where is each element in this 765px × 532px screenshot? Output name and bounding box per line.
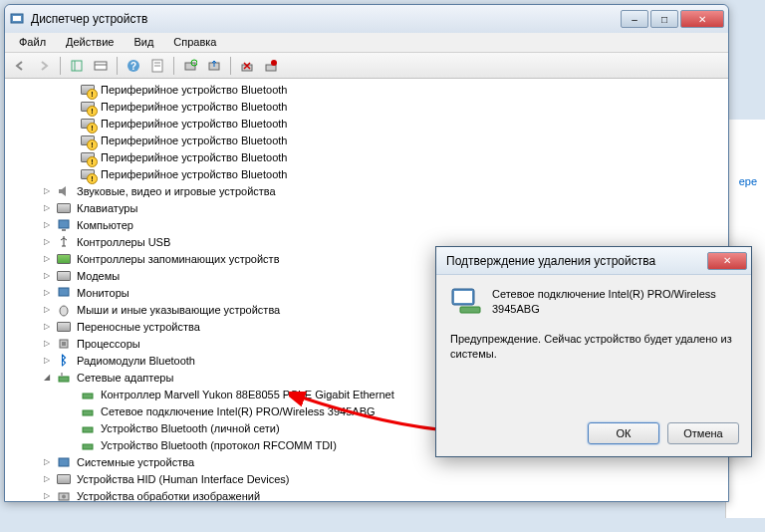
dialog-device-icon xyxy=(450,287,482,315)
dialog-title: Подтверждение удаления устройства xyxy=(440,254,707,268)
app-icon xyxy=(9,11,25,27)
expand-icon[interactable]: ▷ xyxy=(41,490,53,502)
svg-rect-23 xyxy=(59,377,69,382)
menu-action[interactable]: Действие xyxy=(56,33,124,52)
tree-item-hid[interactable]: ▷Устройства HID (Human Interface Devices… xyxy=(5,470,728,487)
expand-icon[interactable]: ▷ xyxy=(41,304,53,316)
svg-point-20 xyxy=(60,306,68,316)
device-icon xyxy=(80,82,96,98)
tree-item-bt-peripheral[interactable]: Периферийное устройство Bluetooth xyxy=(5,115,728,132)
expand-icon[interactable]: ▷ xyxy=(41,219,53,231)
device-icon xyxy=(80,149,96,165)
expand-icon[interactable]: ▷ xyxy=(41,321,53,333)
network-adapter-icon xyxy=(80,437,96,453)
tree-item-bt-peripheral[interactable]: Периферийное устройство Bluetooth xyxy=(5,132,728,148)
titlebar[interactable]: Диспетчер устройств – □ ✕ xyxy=(5,5,728,33)
expand-icon[interactable]: ▷ xyxy=(41,270,53,282)
svg-rect-17 xyxy=(59,220,69,228)
back-button[interactable] xyxy=(9,55,31,77)
cpu-icon xyxy=(56,336,72,352)
device-icon xyxy=(80,116,96,132)
properties-button[interactable] xyxy=(146,55,168,77)
network-icon xyxy=(56,370,72,386)
tree-item-sound[interactable]: ▷Звуковые, видео и игровые устройства xyxy=(5,182,728,199)
tree-item-bt-peripheral[interactable]: Периферийное устройство Bluetooth xyxy=(5,98,728,115)
tree-item-keyboard[interactable]: ▷Клавиатуры xyxy=(5,199,728,216)
expand-icon[interactable]: ▷ xyxy=(41,473,53,485)
svg-point-31 xyxy=(62,494,66,498)
device-icon xyxy=(80,166,96,182)
storage-icon xyxy=(56,251,72,267)
svg-text:?: ? xyxy=(130,61,136,72)
svg-rect-27 xyxy=(83,427,93,432)
hid-icon xyxy=(56,471,72,487)
tree-item-computer[interactable]: ▷Компьютер xyxy=(5,216,728,233)
network-adapter-icon xyxy=(80,420,96,436)
svg-rect-1 xyxy=(13,16,21,21)
ok-button[interactable]: ОК xyxy=(588,422,659,444)
view-button[interactable] xyxy=(90,55,112,77)
tree-item-bt-peripheral[interactable]: Периферийное устройство Bluetooth xyxy=(5,165,728,182)
menubar: Файл Действие Вид Справка xyxy=(5,33,728,53)
computer-icon xyxy=(56,217,72,233)
close-button[interactable]: ✕ xyxy=(680,10,724,28)
update-driver-button[interactable] xyxy=(203,55,225,77)
minimize-button[interactable]: – xyxy=(621,10,648,28)
dialog-close-button[interactable]: ✕ xyxy=(707,252,747,270)
collapse-icon[interactable]: ◢ xyxy=(41,372,53,384)
portable-icon xyxy=(56,319,72,335)
menu-file[interactable]: Файл xyxy=(9,33,56,52)
dialog-device-name: Сетевое подключение Intel(R) PRO/Wireles… xyxy=(492,287,737,318)
expand-icon[interactable]: ▷ xyxy=(41,355,53,367)
svg-rect-18 xyxy=(62,229,66,231)
expand-icon[interactable]: ▷ xyxy=(41,338,53,350)
background-window-text: ере xyxy=(739,175,757,187)
svg-rect-25 xyxy=(83,394,93,399)
cancel-button[interactable]: Отмена xyxy=(667,422,739,444)
uninstall-button[interactable] xyxy=(236,55,258,77)
monitor-icon xyxy=(56,285,72,301)
bluetooth-icon: ᛒ xyxy=(56,353,72,369)
expand-icon[interactable]: ▷ xyxy=(41,185,53,197)
expand-icon[interactable]: ▷ xyxy=(41,287,53,299)
svg-rect-29 xyxy=(59,458,69,466)
mouse-icon xyxy=(56,302,72,318)
menu-help[interactable]: Справка xyxy=(163,33,226,52)
window-title: Диспетчер устройств xyxy=(31,12,621,26)
expand-icon[interactable]: ▷ xyxy=(41,236,53,248)
sound-icon xyxy=(56,183,72,199)
svg-rect-33 xyxy=(454,291,472,303)
svg-point-16 xyxy=(271,60,277,66)
modem-icon xyxy=(56,268,72,284)
expand-icon[interactable]: ▷ xyxy=(41,202,53,214)
dialog-titlebar[interactable]: Подтверждение удаления устройства ✕ xyxy=(436,247,751,275)
svg-rect-2 xyxy=(72,61,82,71)
maximize-button[interactable]: □ xyxy=(650,10,678,28)
svg-rect-4 xyxy=(95,62,107,70)
svg-rect-28 xyxy=(83,444,93,449)
camera-icon xyxy=(56,488,72,502)
svg-rect-19 xyxy=(59,288,69,296)
keyboard-icon xyxy=(56,200,72,216)
tree-item-bt-peripheral[interactable]: Периферийное устройство Bluetooth xyxy=(5,148,728,165)
svg-rect-24 xyxy=(61,373,63,377)
enable-button[interactable] xyxy=(260,55,282,77)
scan-button[interactable] xyxy=(179,55,201,77)
usb-icon xyxy=(56,234,72,250)
dialog-warning-text: Предупреждение. Сейчас устройство будет … xyxy=(450,332,737,363)
tree-item-bt-peripheral[interactable]: Периферийное устройство Bluetooth xyxy=(5,81,728,98)
svg-rect-11 xyxy=(185,63,195,70)
forward-button[interactable] xyxy=(33,55,55,77)
expand-icon[interactable]: ▷ xyxy=(41,253,53,265)
menu-view[interactable]: Вид xyxy=(124,33,163,52)
network-adapter-icon xyxy=(80,403,96,419)
show-console-tree-button[interactable] xyxy=(66,55,88,77)
help-button[interactable]: ? xyxy=(123,55,144,77)
svg-rect-34 xyxy=(460,307,480,313)
svg-rect-26 xyxy=(83,410,93,415)
svg-rect-22 xyxy=(62,342,66,346)
tree-item-imaging[interactable]: ▷Устройства обработки изображений xyxy=(5,487,728,501)
device-icon xyxy=(80,99,96,115)
expand-icon[interactable]: ▷ xyxy=(41,456,53,468)
system-icon xyxy=(56,454,72,470)
